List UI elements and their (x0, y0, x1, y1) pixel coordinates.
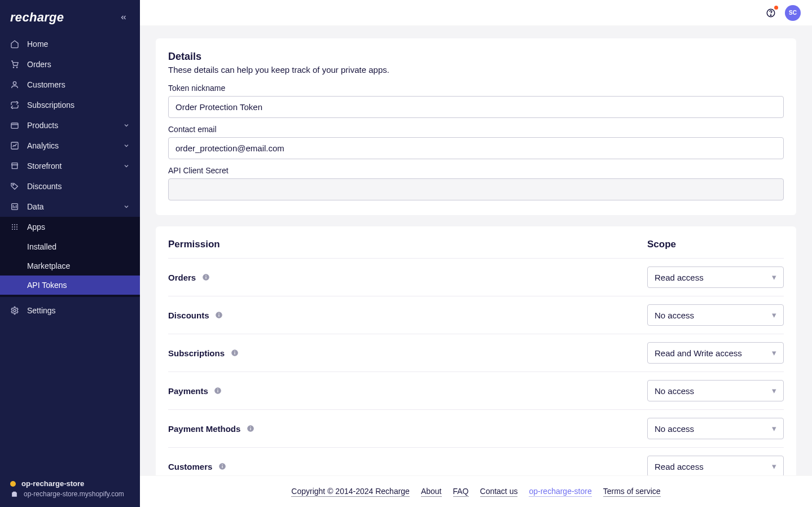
collapse-sidebar-button[interactable] (117, 11, 130, 24)
scope-select-subscriptions[interactable]: Read and Write access ▾ (647, 342, 784, 364)
svg-point-24 (218, 313, 220, 314)
store-domain-row[interactable]: op-recharge-store.myshopify.com (10, 490, 130, 498)
sidebar-item-orders[interactable]: Orders (0, 54, 140, 75)
footer-faq-link[interactable]: FAQ (453, 487, 469, 497)
scope-select-discounts[interactable]: No access ▾ (647, 304, 784, 326)
details-heading: Details (168, 51, 784, 63)
sidebar-footer: op-recharge-store op-recharge-store.mysh… (0, 470, 140, 507)
permission-row-payments: Payments No access ▾ (168, 372, 784, 410)
svg-point-21 (205, 275, 207, 276)
details-card: Details These details can help you keep … (156, 38, 796, 215)
svg-point-0 (13, 67, 14, 68)
api-secret-label: API Client Secret (168, 166, 784, 175)
api-secret-input[interactable] (168, 178, 784, 200)
gear-icon (10, 306, 19, 315)
sidebar-item-subscriptions[interactable]: Subscriptions (0, 95, 140, 115)
sidebar-item-discounts[interactable]: Discounts (0, 176, 140, 196)
footer-copyright[interactable]: Copyright © 2014-2024 Recharge (291, 487, 410, 497)
footer-about-link[interactable]: About (421, 487, 442, 497)
permission-column-header: Permission (168, 239, 220, 250)
svg-rect-3 (11, 123, 18, 128)
sidebar-item-label: Home (27, 40, 48, 49)
scope-select-customers[interactable]: Read access ▾ (647, 456, 784, 475)
permission-name: Orders (168, 273, 196, 282)
info-icon[interactable] (201, 273, 210, 282)
store-icon (10, 161, 19, 171)
svg-rect-32 (250, 428, 251, 430)
svg-rect-26 (234, 352, 235, 355)
chevron-down-icon (123, 163, 130, 169)
dropdown-caret-icon: ▾ (772, 272, 776, 282)
permission-name: Payment Methods (168, 424, 240, 434)
svg-point-9 (16, 224, 17, 225)
select-value: Read access (655, 462, 704, 471)
database-icon (10, 202, 19, 211)
sidebar-item-apps[interactable]: Apps (0, 217, 140, 237)
info-icon[interactable] (215, 311, 223, 320)
avatar[interactable]: SC (785, 5, 801, 21)
dropdown-caret-icon: ▾ (772, 423, 776, 434)
dropdown-caret-icon: ▾ (772, 310, 776, 320)
info-icon[interactable] (246, 425, 254, 433)
sidebar-item-label: Apps (27, 222, 45, 231)
sidebar-item-label: Analytics (27, 141, 59, 150)
store-name-row[interactable]: op-recharge-store (10, 479, 130, 488)
sidebar-subitem-api-tokens[interactable]: API Tokens (0, 276, 140, 295)
scope-select-orders[interactable]: Read access ▾ (647, 266, 784, 288)
sidebar-item-label: Settings (27, 306, 56, 315)
status-dot-icon (10, 481, 16, 487)
footer-tos-link[interactable]: Terms of service (603, 487, 661, 497)
chart-icon (10, 141, 19, 150)
permission-name: Payments (168, 386, 208, 396)
chevron-double-left-icon (120, 14, 128, 21)
sidebar-item-data[interactable]: Data (0, 196, 140, 217)
cart-icon (10, 60, 19, 69)
info-icon[interactable] (218, 462, 226, 471)
svg-point-8 (14, 224, 15, 225)
info-icon[interactable] (214, 387, 222, 395)
chevron-down-icon (123, 203, 130, 210)
token-nickname-label: Token nickname (168, 84, 784, 93)
dropdown-caret-icon: ▾ (772, 386, 776, 396)
store-name: op-recharge-store (21, 479, 84, 488)
sidebar-item-label: Discounts (27, 182, 62, 191)
svg-point-30 (218, 388, 219, 390)
store-domain: op-recharge-store.myshopify.com (24, 490, 124, 498)
permission-name: Discounts (168, 311, 209, 320)
info-icon[interactable] (230, 349, 239, 357)
svg-point-5 (12, 184, 14, 185)
scope-select-payments[interactable]: No access ▾ (647, 380, 784, 401)
sidebar-item-storefront[interactable]: Storefront (0, 156, 140, 176)
sidebar-item-settings[interactable]: Settings (0, 300, 140, 321)
footer-store-link[interactable]: op-recharge-store (529, 487, 591, 497)
sidebar-item-home[interactable]: Home (0, 34, 140, 54)
dropdown-caret-icon: ▾ (772, 348, 776, 358)
svg-point-1 (16, 67, 17, 68)
home-icon (10, 40, 19, 49)
sidebar-item-label: Customers (27, 80, 65, 89)
chevron-down-icon (123, 142, 130, 149)
sidebar-item-label: Orders (27, 60, 51, 69)
scope-column-header: Scope (647, 239, 784, 250)
svg-rect-20 (205, 277, 206, 279)
permission-row-discounts: Discounts No access ▾ (168, 296, 784, 334)
sidebar-item-customers[interactable]: Customers (0, 75, 140, 95)
page-footer: Copyright © 2014-2024 Recharge About FAQ… (140, 475, 812, 507)
contact-email-input[interactable] (168, 137, 784, 159)
scope-select-payment-methods[interactable]: No access ▾ (647, 418, 784, 439)
sidebar-item-analytics[interactable]: Analytics (0, 136, 140, 156)
tag-icon (10, 182, 19, 191)
help-button[interactable] (765, 7, 777, 19)
token-nickname-input[interactable] (168, 96, 784, 118)
sidebar-subitem-installed[interactable]: Installed (0, 237, 140, 256)
permission-row-customers: Customers Read access ▾ (168, 448, 784, 475)
svg-point-14 (14, 229, 15, 230)
svg-point-15 (16, 229, 17, 230)
select-value: No access (655, 424, 694, 434)
svg-point-2 (13, 82, 16, 85)
footer-contact-link[interactable]: Contact us (480, 487, 518, 497)
sidebar-item-products[interactable]: Products (0, 115, 140, 136)
loop-icon (10, 100, 19, 110)
chevron-down-icon (123, 122, 130, 129)
sidebar-subitem-marketplace[interactable]: Marketplace (0, 256, 140, 276)
